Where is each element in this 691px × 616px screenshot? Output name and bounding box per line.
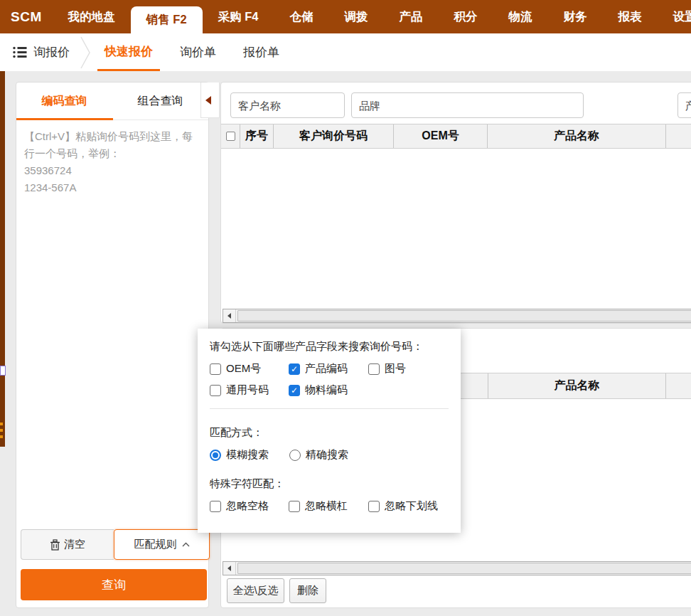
top-nav-items: 我的地盘 销售 F2 采购 F4 仓储 调拨 产品 积分 物流 财务 报表 设置 bbox=[53, 0, 691, 33]
nav-item-my-space[interactable]: 我的地盘 bbox=[53, 0, 131, 33]
header-cell-checkbox bbox=[221, 124, 240, 148]
header-cell-blank bbox=[665, 124, 691, 148]
checkbox[interactable] bbox=[368, 363, 380, 375]
checkbox[interactable] bbox=[289, 363, 300, 375]
clear-button-label: 清空 bbox=[64, 538, 85, 551]
nav-item-points[interactable]: 积分 bbox=[438, 0, 493, 33]
inquiry-results-panel: 序号 客户询价号码 OEM号 产品名称 bbox=[220, 82, 691, 324]
trash-icon bbox=[50, 539, 60, 551]
horizontal-scrollbar-bottom[interactable] bbox=[223, 561, 691, 575]
sidebar-strip-handle[interactable] bbox=[0, 366, 6, 376]
tab-code-query[interactable]: 编码查询 bbox=[16, 83, 112, 120]
nav-item-sales[interactable]: 销售 F2 bbox=[131, 6, 203, 33]
left-panel-button-row: 清空 匹配规则 bbox=[21, 529, 210, 560]
header-cell-product-name: 产品名称 bbox=[488, 373, 665, 398]
scrollbar-thumb[interactable] bbox=[237, 563, 691, 574]
top-nav: SCM 我的地盘 销售 F2 采购 F4 仓储 调拨 产品 积分 物流 财务 报… bbox=[0, 0, 691, 33]
triangle-left-icon bbox=[227, 313, 231, 319]
list-icon bbox=[13, 46, 27, 58]
collapsed-sidebar-strip bbox=[0, 71, 5, 447]
option-label: 图号 bbox=[385, 362, 406, 376]
option-product-code[interactable]: 产品编码 bbox=[289, 362, 368, 376]
app-logo[interactable]: SCM bbox=[0, 0, 53, 33]
nav-item-clipped[interactable]: 设置 bbox=[657, 0, 691, 33]
chevron-up-icon bbox=[182, 542, 190, 547]
option-material-code[interactable]: 物料编码 bbox=[289, 383, 368, 397]
option-ignore-spaces[interactable]: 忽略空格 bbox=[210, 499, 289, 513]
scroll-left-arrow[interactable] bbox=[223, 562, 236, 575]
option-label: 忽略空格 bbox=[226, 499, 269, 513]
header-cell-blank bbox=[665, 373, 691, 398]
match-rules-popup: 请勾选从下面哪些产品字段来搜索询价号码： OEM号 产品编码 图号 通用号码 物… bbox=[198, 329, 461, 533]
checkbox[interactable] bbox=[210, 385, 221, 396]
brand-input[interactable] bbox=[351, 92, 584, 118]
checkbox[interactable] bbox=[210, 363, 221, 375]
filter-row bbox=[230, 92, 691, 118]
customer-name-input[interactable] bbox=[230, 92, 345, 118]
tab-quote-order[interactable]: 报价单 bbox=[236, 33, 286, 71]
query-button[interactable]: 查询 bbox=[21, 569, 207, 600]
field-options-row-1: OEM号 产品编码 图号 bbox=[210, 362, 449, 376]
checkbox[interactable] bbox=[289, 385, 300, 396]
divider bbox=[210, 408, 449, 409]
header-cell-customer-inquiry-no: 客户询价号码 bbox=[273, 124, 393, 148]
nav-item-logistics[interactable]: 物流 bbox=[493, 0, 547, 33]
nav-item-transfer[interactable]: 调拨 bbox=[328, 0, 383, 33]
header-cell-index: 序号 bbox=[240, 124, 273, 148]
clear-button[interactable]: 清空 bbox=[21, 529, 114, 560]
option-label: 模糊搜索 bbox=[226, 448, 269, 462]
horizontal-scrollbar-top[interactable] bbox=[223, 309, 691, 323]
sidebar-strip-ticks bbox=[0, 423, 3, 438]
result-actions-row: 全选\反选 删除 bbox=[227, 578, 326, 603]
origin-input[interactable] bbox=[677, 92, 691, 118]
nav-item-finance[interactable]: 财务 bbox=[547, 0, 602, 33]
special-chars-label: 特殊字符匹配： bbox=[210, 477, 449, 491]
option-label: OEM号 bbox=[226, 362, 261, 376]
option-label: 通用号码 bbox=[226, 383, 269, 397]
scrollbar-thumb[interactable] bbox=[237, 310, 691, 322]
header-cell-oem-no: OEM号 bbox=[393, 124, 487, 148]
delete-button[interactable]: 删除 bbox=[289, 578, 326, 603]
option-oem-no[interactable]: OEM号 bbox=[210, 362, 289, 376]
popup-title: 请勾选从下面哪些产品字段来搜索询价号码： bbox=[210, 340, 449, 354]
radio[interactable] bbox=[289, 450, 301, 461]
triangle-left-icon bbox=[205, 96, 211, 105]
option-drawing-no[interactable]: 图号 bbox=[368, 362, 406, 376]
breadcrumb: 询报价 bbox=[0, 33, 91, 71]
left-panel-tabs: 编码查询 组合查询 bbox=[16, 83, 208, 120]
inquiry-codes-textarea[interactable]: 【Ctrl+V】粘贴询价号码到这里，每行一个号码，举例： 35936724 12… bbox=[16, 120, 208, 449]
option-fuzzy-search[interactable]: 模糊搜索 bbox=[210, 448, 289, 462]
nav-item-warehouse[interactable]: 仓储 bbox=[274, 0, 328, 33]
match-rules-button[interactable]: 匹配规则 bbox=[114, 529, 210, 560]
match-mode-row: 模糊搜索 精确搜索 bbox=[210, 448, 449, 462]
option-universal-no[interactable]: 通用号码 bbox=[210, 383, 289, 397]
select-all-checkbox[interactable] bbox=[226, 132, 235, 141]
tab-combo-query[interactable]: 组合查询 bbox=[112, 83, 208, 120]
option-exact-search[interactable]: 精确搜索 bbox=[289, 448, 348, 462]
breadcrumb-root[interactable]: 询报价 bbox=[33, 44, 70, 60]
code-query-panel: 编码查询 组合查询 【Ctrl+V】粘贴询价号码到这里，每行一个号码，举例： 3… bbox=[16, 82, 209, 608]
panel-collapse-handle[interactable] bbox=[200, 83, 220, 118]
checkbox[interactable] bbox=[210, 501, 221, 512]
checkbox[interactable] bbox=[289, 501, 300, 512]
header-cell-product-name: 产品名称 bbox=[487, 124, 665, 148]
match-mode-label: 匹配方式： bbox=[210, 426, 449, 440]
tab-inquiry-order[interactable]: 询价单 bbox=[173, 33, 223, 71]
tab-quick-quote[interactable]: 快速报价 bbox=[97, 33, 160, 71]
nav-item-product[interactable]: 产品 bbox=[383, 0, 438, 33]
scroll-left-arrow[interactable] bbox=[223, 309, 236, 322]
nav-item-purchase[interactable]: 采购 F4 bbox=[203, 0, 274, 33]
option-ignore-dashes[interactable]: 忽略横杠 bbox=[289, 499, 368, 513]
option-label: 精确搜索 bbox=[306, 448, 348, 462]
breadcrumb-bar: 询报价 快速报价 询价单 报价单 bbox=[0, 33, 691, 71]
chevron-separator-icon bbox=[80, 35, 91, 70]
inquiry-table-header: 序号 客户询价号码 OEM号 产品名称 bbox=[221, 124, 691, 149]
select-invert-button[interactable]: 全选\反选 bbox=[227, 578, 284, 603]
radio[interactable] bbox=[210, 450, 221, 461]
option-label: 物料编码 bbox=[305, 383, 348, 397]
nav-item-reports[interactable]: 报表 bbox=[602, 0, 657, 33]
special-options-row: 忽略空格 忽略横杠 忽略下划线 bbox=[210, 499, 449, 513]
checkbox[interactable] bbox=[368, 501, 380, 512]
active-tab-underline bbox=[16, 118, 113, 120]
option-ignore-underscores[interactable]: 忽略下划线 bbox=[368, 499, 438, 513]
